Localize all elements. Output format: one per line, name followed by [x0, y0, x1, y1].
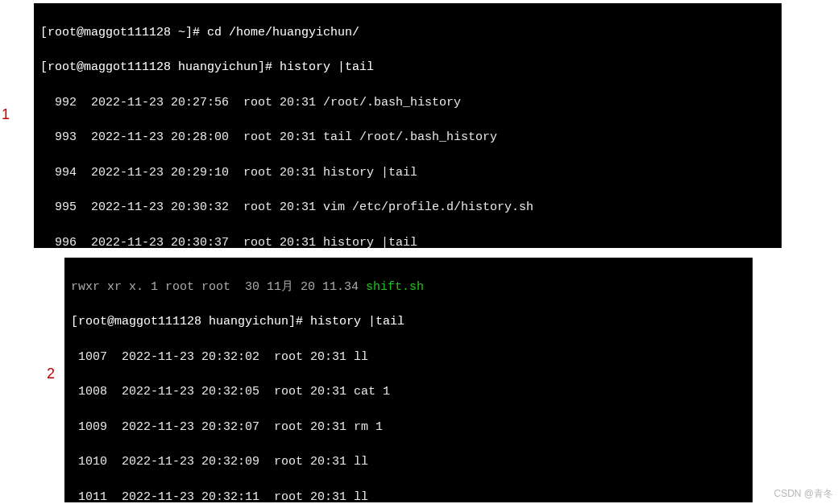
label-2: 2: [47, 366, 55, 382]
ls-filename: shift.sh: [366, 280, 424, 294]
term2-scrap-line: rwxr xr x. 1 root root 30 11月 20 11.34 s…: [71, 279, 746, 296]
term2-prompt-line: [root@maggot111128 huangyichun]# history…: [71, 313, 746, 331]
terminal-2[interactable]: rwxr xr x. 1 root root 30 11月 20 11.34 s…: [64, 258, 753, 502]
ls-fragment: rwxr xr x. 1 root root 30 11月 20 11.34: [71, 280, 366, 294]
history-line: 993 2022-11-23 20:28:00 root 20:31 tail …: [40, 129, 775, 147]
term1-prompt-line: [root@maggot111128 huangyichun]# history…: [40, 59, 775, 76]
term1-prev-cmd: [root@maggot111128 ~]# cd /home/huangyic…: [40, 24, 775, 42]
history-line: 996 2022-11-23 20:30:37 root 20:31 histo…: [40, 234, 775, 248]
history-line: 994 2022-11-23 20:29:10 root 20:31 histo…: [40, 164, 775, 182]
label-1: 1: [2, 106, 10, 123]
history-line: 992 2022-11-23 20:27:56 root 20:31 /root…: [40, 94, 775, 112]
command-text: history |tail: [310, 315, 404, 328]
history-line: 995 2022-11-23 20:30:32 root 20:31 vim /…: [40, 199, 775, 217]
command-text: history |tail: [280, 60, 374, 74]
prompt: [root@maggot111128 huangyichun]#: [71, 315, 310, 328]
history-line: 1010 2022-11-23 20:32:09 root 20:31 ll: [71, 453, 746, 471]
prompt: [root@maggot111128 huangyichun]#: [40, 60, 280, 74]
watermark: CSDN @青冬: [774, 487, 833, 501]
history-line: 1009 2022-11-23 20:32:07 root 20:31 rm 1: [71, 419, 746, 436]
history-line: 1007 2022-11-23 20:32:02 root 20:31 ll: [71, 349, 746, 366]
terminal-1[interactable]: [root@maggot111128 ~]# cd /home/huangyic…: [34, 3, 782, 248]
history-line: 1008 2022-11-23 20:32:05 root 20:31 cat …: [71, 383, 746, 401]
history-line: 1011 2022-11-23 20:32:11 root 20:31 ll: [71, 489, 746, 502]
